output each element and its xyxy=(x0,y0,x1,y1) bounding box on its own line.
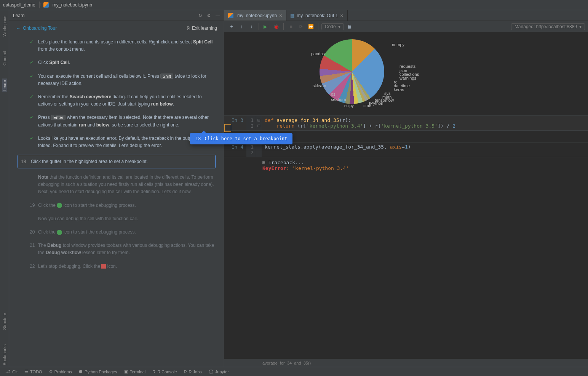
bottom-python-packages[interactable]: ⬢Python Packages xyxy=(79,369,117,374)
run-cell-button[interactable]: ▶│ xyxy=(262,22,270,31)
check-icon: ✓ xyxy=(30,114,34,121)
jupyter-icon: ◯ xyxy=(209,369,213,374)
pie-label: warnings xyxy=(399,76,416,80)
code-cell-4[interactable]: In 4 12 kernel_stats.apply(average_for_3… xyxy=(224,142,588,157)
delete-cell-button[interactable]: 🗑 xyxy=(345,22,354,31)
python-icon: ⬢ xyxy=(79,369,83,374)
pie-label: sklearn xyxy=(313,83,326,88)
arrow-left-icon: ← xyxy=(16,26,21,31)
learn-panel-header: Learn ↻ ⚙ — xyxy=(9,10,224,21)
bottom-todo[interactable]: ☰TODO xyxy=(24,369,42,374)
hint-tooltip: 18Click here to set a breakpoint xyxy=(224,133,292,144)
bottom-r-console[interactable]: RR Console xyxy=(152,370,177,374)
pie-label: keras xyxy=(394,87,404,92)
learn-panel: Learn ↻ ⚙ — ← Onboarding Tour ⎘ Exit lea… xyxy=(9,10,224,367)
bottom-git[interactable]: ⎇Git xyxy=(5,369,18,374)
cell-type-dropdown[interactable]: Code▾ xyxy=(321,23,344,30)
fold-gutter[interactable]: ⊟⊟ xyxy=(256,116,262,130)
breadcrumb-project[interactable]: dataspell_demo xyxy=(3,2,35,8)
pie-label: numpy xyxy=(392,42,404,47)
move-down-button[interactable]: ↓ xyxy=(247,22,256,31)
lesson-step: ✓You can execute the current cell and al… xyxy=(9,70,224,90)
editor-area: my_notebook.ipynb × ▦ my_notebook: Out 1… xyxy=(224,10,588,367)
stop-button: ■ xyxy=(287,22,295,31)
tab-notebook[interactable]: my_notebook.ipynb × xyxy=(224,10,286,21)
pie-label: os xyxy=(331,92,336,96)
lesson-step: 21The Debug tool window provides toobars… xyxy=(9,239,224,259)
lesson-step: ✓Click Split Cell. xyxy=(9,56,224,69)
branch-icon: ⎇ xyxy=(5,369,10,374)
r-icon: R xyxy=(184,370,187,374)
lesson-step: 22Let's stop debugging. Click the icon. xyxy=(9,260,224,273)
bug-icon xyxy=(57,230,62,235)
bottom-r-jobs[interactable]: RR Jobs xyxy=(184,370,202,374)
chevron-down-icon: ▾ xyxy=(579,24,582,29)
restart-icon[interactable]: ↻ xyxy=(198,13,202,18)
breadcrumb-separator-icon: 〉 xyxy=(39,2,40,8)
pie-label: pandas xyxy=(311,51,325,56)
pie-label: scipy xyxy=(344,103,354,108)
notebook-content[interactable]: numpy pandas requests json collections w… xyxy=(224,32,588,358)
check-icon: ✓ xyxy=(30,135,34,142)
add-cell-button[interactable]: ＋ xyxy=(227,22,236,31)
gutter-highlight[interactable] xyxy=(224,124,231,132)
exit-learning-link[interactable]: ⎘ Exit learning xyxy=(187,26,217,31)
bottom-problems[interactable]: ⊘Problems xyxy=(49,369,72,374)
restart-kernel-button[interactable]: ⟳ xyxy=(297,22,305,31)
breadcrumb-file[interactable]: my_notebook.ipynb xyxy=(53,2,92,8)
context-label: average_for_34_and_35() xyxy=(262,361,311,365)
pie-chart xyxy=(320,39,384,104)
editor-tabbar: my_notebook.ipynb × ▦ my_notebook: Out 1… xyxy=(224,10,588,21)
list-icon: ☰ xyxy=(24,369,28,374)
expand-icon: ⊞ xyxy=(262,160,265,165)
minimize-icon[interactable]: — xyxy=(216,13,220,18)
bottom-tool-bar: ⎇Git ☰TODO ⊘Problems ⬢Python Packages ▣T… xyxy=(0,367,588,376)
rail-workspace[interactable]: Workspace xyxy=(2,14,7,38)
code-cell-3[interactable]: In 3 12 ⊟⊟ def average_for_34_and_35(r):… xyxy=(224,115,588,131)
line-gutter[interactable]: 12 xyxy=(246,116,256,130)
rail-bookmarks[interactable]: Bookmarks xyxy=(2,343,7,367)
check-icon: ✓ xyxy=(30,93,34,101)
check-icon: ✓ xyxy=(30,73,34,80)
cell-output: ⊞ Traceback... KeyError: 'kernel-python … xyxy=(224,157,588,173)
traceback-toggle[interactable]: ⊞ Traceback... xyxy=(262,160,585,165)
kernel-selector[interactable]: Managed: http://localhost:8889▾ xyxy=(511,23,585,30)
lesson-note: Now you can debug the cell with the func… xyxy=(9,212,224,226)
lesson-step: ✓Let's place the function and its usage … xyxy=(9,35,224,56)
lesson-step: 19Click the icon to start the debugging … xyxy=(9,199,224,212)
lesson-step: ✓Press Enter when the necessary item is … xyxy=(9,111,224,131)
breadcrumb[interactable]: dataspell_demo 〉 my_notebook.ipynb xyxy=(3,2,92,8)
close-icon[interactable]: × xyxy=(279,13,282,19)
code-content[interactable]: kernel_stats.apply(average_for_34_and_35… xyxy=(262,142,588,157)
pie-label: time xyxy=(363,103,371,108)
fold-gutter[interactable] xyxy=(256,142,262,157)
rail-commit[interactable]: Commit xyxy=(2,50,7,67)
move-up-button[interactable]: ↑ xyxy=(237,22,246,31)
jupyter-notebook-icon xyxy=(43,2,49,8)
run-all-button[interactable]: ⏩ xyxy=(307,22,315,31)
gear-icon[interactable]: ⚙ xyxy=(207,13,211,18)
r-icon: R xyxy=(152,370,155,374)
rail-structure[interactable]: Structure xyxy=(2,311,7,331)
warning-icon: ⊘ xyxy=(49,369,53,374)
bug-icon xyxy=(57,203,62,208)
rail-learn[interactable]: Learn xyxy=(2,78,7,92)
code-content[interactable]: def average_for_34_and_35(r): return (r[… xyxy=(262,116,588,130)
back-to-tour-link[interactable]: ← Onboarding Tour xyxy=(16,26,57,31)
bottom-terminal[interactable]: ▣Terminal xyxy=(124,369,146,374)
cell-prompt: In 4 xyxy=(224,142,246,157)
tour-header: ← Onboarding Tour ⎘ Exit learning xyxy=(9,21,224,35)
tab-output[interactable]: ▦ my_notebook: Out 1 × xyxy=(286,10,347,21)
lesson-step-current: 18 Click the gutter in the highlighted a… xyxy=(18,155,216,168)
left-tool-rail: Workspace Commit Learn Structure Bookmar… xyxy=(0,10,9,367)
pie-chart-output: numpy pandas requests json collections w… xyxy=(224,32,588,115)
step-number: 18 xyxy=(21,159,26,164)
lesson-steps[interactable]: ✓Let's place the function and its usage … xyxy=(9,35,224,367)
bottom-jupyter[interactable]: ◯Jupyter xyxy=(209,369,229,374)
close-icon[interactable]: × xyxy=(340,13,343,19)
line-gutter[interactable]: 12 xyxy=(246,142,256,157)
lesson-step: ✓Remember the Search everywhere dialog. … xyxy=(9,90,224,111)
lesson-note: Note that the function definition and it… xyxy=(9,171,224,199)
debug-cell-button[interactable]: 🐞 xyxy=(272,22,280,31)
lesson-step: 20Click the icon to start the debugging … xyxy=(9,226,224,239)
